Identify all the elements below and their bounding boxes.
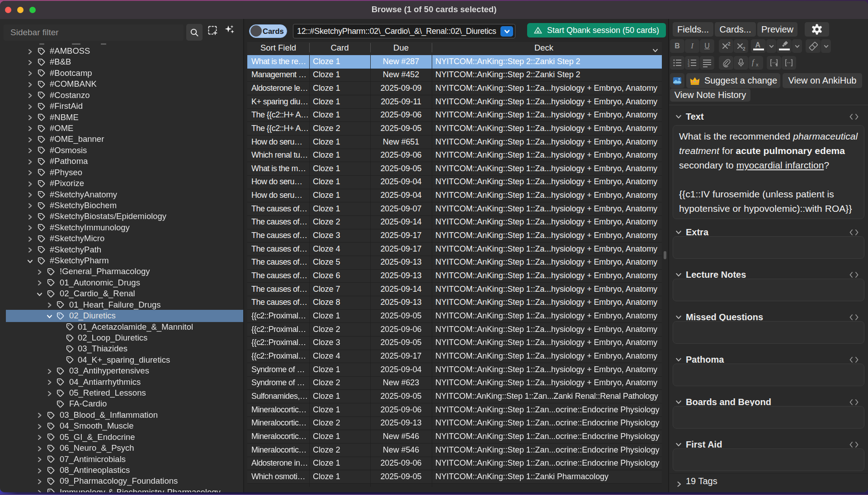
svg-text:A: A: [755, 41, 760, 49]
svg-text:2: 2: [743, 47, 745, 51]
svg-text:3: 3: [688, 64, 689, 67]
svg-text:2: 2: [728, 42, 731, 47]
svg-text:x: x: [756, 62, 759, 67]
svg-text:f: f: [752, 58, 755, 66]
